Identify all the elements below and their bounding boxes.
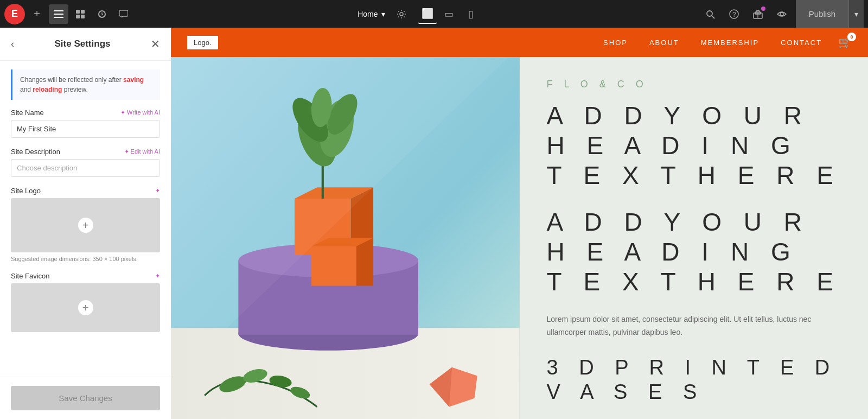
gift-button[interactable] (748, 4, 768, 24)
site-name-ai-button[interactable]: ✦ Write with AI (120, 109, 160, 116)
search-button[interactable] (700, 4, 720, 24)
site-name-input[interactable] (11, 120, 160, 138)
nav-link-membership[interactable]: MEMBERSHIP (701, 39, 759, 47)
svg-rect-5 (76, 15, 80, 18)
nav-links: SHOP ABOUT MEMBERSHIP CONTACT (603, 39, 822, 47)
site-description-ai-button[interactable]: ✦ Edit with AI (124, 148, 160, 155)
nav-cart-icon[interactable]: 🛒 0 (838, 36, 852, 49)
site-logo-label: Site Logo (11, 187, 41, 195)
info-saving-link[interactable]: saving (123, 76, 144, 84)
publish-button[interactable]: Publish (796, 0, 848, 28)
panel-toggle-button[interactable] (49, 4, 68, 24)
favicon-upload-plus-icon: + (78, 300, 93, 315)
nav-logo[interactable]: Logo. (187, 36, 218, 49)
page-selector[interactable]: Home ▾ (358, 10, 385, 18)
info-after: preview. (62, 86, 87, 93)
panel-back-button[interactable]: ‹ (11, 39, 14, 50)
site-logo-ai-button[interactable]: ✦ (155, 187, 160, 194)
panel-header: ‹ Site Settings ✕ (0, 28, 171, 61)
save-changes-button[interactable]: Save Changes (11, 386, 160, 410)
favicon-upload-area[interactable]: + (11, 283, 160, 332)
svg-marker-28 (356, 238, 373, 286)
website-nav-bar: Logo. SHOP ABOUT MEMBERSHIP CONTACT 🛒 0 (171, 28, 868, 57)
toolbar-center: Home ▾ ⬜ ▭ ▯ (138, 4, 700, 24)
publish-button-group: Publish ▾ (796, 0, 864, 28)
hero-body-text: Lorem ipsum dolor sit amet, consectetur … (547, 313, 841, 339)
nav-link-shop[interactable]: SHOP (603, 39, 628, 47)
logo-upload-area[interactable]: + (11, 198, 160, 252)
info-banner: Changes will be reflected only after sav… (11, 69, 160, 100)
toolbar-right: ? Publish ▾ (700, 0, 868, 28)
top-toolbar: E + (0, 0, 868, 28)
site-name-label: Site Name (11, 109, 44, 117)
page-settings-button[interactable] (392, 4, 411, 24)
panel-body: Site Name ✦ Write with AI Site Descripti… (0, 109, 171, 377)
svg-point-17 (780, 12, 783, 16)
site-settings-panel: ‹ Site Settings ✕ Changes will be reflec… (0, 28, 171, 419)
svg-rect-6 (81, 15, 85, 18)
site-name-label-row: Site Name ✦ Write with AI (11, 109, 160, 117)
help-button[interactable]: ? (724, 4, 744, 24)
toolbar-left: E + (0, 4, 138, 24)
device-buttons: ⬜ ▭ ▯ (418, 4, 481, 24)
logo-upload-plus-icon: + (78, 218, 93, 233)
nav-link-contact[interactable]: CONTACT (781, 39, 822, 47)
site-description-label: Site Description (11, 148, 60, 156)
info-text-before: Changes will be reflected only after (20, 76, 123, 84)
nav-link-about[interactable]: ABOUT (649, 39, 679, 47)
tablet-view-button[interactable]: ▭ (439, 4, 459, 24)
publish-chevron-button[interactable]: ▾ (848, 0, 864, 28)
page-selector-chevron: ▾ (381, 10, 385, 18)
svg-rect-8 (119, 10, 128, 16)
svg-point-10 (707, 11, 712, 16)
hero-heading-2: A D D Y O U RH E A D I N GT E X T H E R … (547, 207, 841, 297)
info-reloading-link[interactable]: reloading (33, 86, 62, 93)
site-description-label-row: Site Description ✦ Edit with AI (11, 148, 160, 156)
notification-dot (761, 7, 765, 11)
preview-button[interactable] (772, 4, 792, 24)
mobile-view-button[interactable]: ▯ (461, 4, 481, 24)
history-button[interactable] (92, 4, 112, 24)
site-description-group: Site Description ✦ Edit with AI (11, 148, 160, 177)
page-name: Home (358, 10, 378, 18)
plant-illustration (171, 57, 520, 419)
comments-button[interactable] (114, 4, 133, 24)
panel-footer: Save Changes (0, 377, 171, 419)
hero-text-area: F L O & C O A D D Y O U RH E A D I N GT … (520, 57, 869, 419)
svg-rect-4 (81, 10, 85, 14)
svg-point-9 (400, 12, 403, 16)
canvas-area: Logo. SHOP ABOUT MEMBERSHIP CONTACT 🛒 0 (171, 28, 868, 419)
svg-rect-3 (76, 10, 80, 14)
site-logo-label-row: Site Logo ✦ (11, 187, 160, 195)
hero-heading-1: A D D Y O U RH E A D I N GT E X T H E R … (547, 101, 841, 191)
navigator-button[interactable] (71, 4, 90, 24)
elementor-logo-button[interactable]: E (4, 4, 25, 24)
svg-rect-2 (54, 17, 63, 18)
site-name-group: Site Name ✦ Write with AI (11, 109, 160, 138)
site-logo-group: Site Logo ✦ + Suggested image dimensions… (11, 187, 160, 262)
main-area: ‹ Site Settings ✕ Changes will be reflec… (0, 28, 868, 419)
site-favicon-label-row: Site Favicon ✦ (11, 272, 160, 280)
logo-suggested-dimensions: Suggested image dimensions: 350 × 100 pi… (11, 256, 160, 262)
site-favicon-group: Site Favicon ✦ + (11, 272, 160, 332)
panel-close-button[interactable]: ✕ (151, 37, 160, 50)
cart-badge: 0 (847, 33, 856, 41)
svg-line-11 (712, 16, 714, 18)
site-favicon-ai-button[interactable]: ✦ (155, 272, 160, 280)
add-element-button[interactable]: + (27, 4, 47, 24)
site-favicon-label: Site Favicon (11, 272, 50, 280)
desktop-view-button[interactable]: ⬜ (418, 4, 437, 24)
website-preview: Logo. SHOP ABOUT MEMBERSHIP CONTACT 🛒 0 (171, 28, 868, 419)
hero-bottom-heading: 3 D P R I N T E DV A S E S (547, 355, 841, 405)
svg-rect-0 (54, 10, 63, 11)
hero-image (171, 57, 520, 419)
panel-title: Site Settings (55, 39, 111, 49)
svg-text:?: ? (732, 11, 736, 18)
svg-rect-1 (54, 14, 63, 15)
brand-name: F L O & C O (547, 79, 841, 90)
site-description-input[interactable] (11, 159, 160, 177)
content-area: F L O & C O A D D Y O U RH E A D I N GT … (171, 57, 868, 419)
svg-rect-26 (311, 246, 356, 286)
info-middle: and (20, 86, 33, 93)
